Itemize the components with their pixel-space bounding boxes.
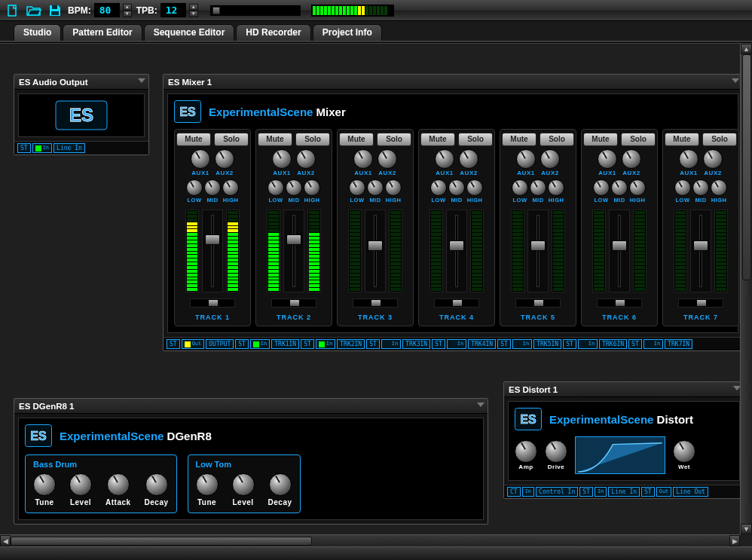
port-st2[interactable]: ST <box>641 487 655 497</box>
volume-fader[interactable] <box>446 210 467 292</box>
port-st[interactable]: ST <box>432 339 445 349</box>
port-st[interactable]: ST <box>497 339 511 349</box>
knob-eq-high[interactable]: HIGH <box>466 179 483 203</box>
tab-pattern-editor[interactable]: Pattern Editor <box>63 24 142 41</box>
port-track-in[interactable]: TRK3IN <box>402 339 430 349</box>
knob-eq-mid[interactable]: MID <box>286 179 302 203</box>
knob-eq-low[interactable]: LOW <box>430 179 447 203</box>
knob-aux1[interactable]: AUX1 <box>679 149 699 176</box>
mute-button[interactable]: Mute <box>176 133 211 146</box>
knob-aux1[interactable]: AUX1 <box>353 149 373 176</box>
mute-button[interactable]: Mute <box>420 133 455 146</box>
knob-amp[interactable]: Amp <box>515 440 537 470</box>
pan-slider[interactable] <box>271 298 316 308</box>
knob-eq-low[interactable]: LOW <box>349 179 365 203</box>
port-track-in[interactable]: TRK2IN <box>337 339 365 349</box>
transport-position-slider[interactable] <box>210 5 301 16</box>
knob-decay[interactable]: Decay <box>145 473 169 506</box>
mute-button[interactable]: Mute <box>258 133 292 146</box>
scroll-up-icon[interactable]: ▲ <box>741 44 752 54</box>
port-st[interactable]: ST <box>579 487 593 497</box>
bpm-spinner[interactable]: ▲▼ <box>123 4 132 17</box>
knob-eq-mid[interactable]: MID <box>204 179 221 203</box>
knob-aux2[interactable]: AUX2 <box>296 149 316 176</box>
knob-eq-high[interactable]: HIGH <box>711 179 727 203</box>
port-st[interactable]: ST <box>366 339 380 349</box>
pan-slider[interactable] <box>515 298 561 308</box>
port-control-in[interactable]: Control In <box>536 487 578 497</box>
knob-aux2[interactable]: AUX2 <box>622 149 641 176</box>
port-st[interactable]: ST <box>301 339 314 349</box>
port-st[interactable]: ST <box>167 339 180 349</box>
scroll-left-icon[interactable]: ◀ <box>0 535 11 546</box>
knob-eq-high[interactable]: HIGH <box>304 179 320 203</box>
knob-eq-high[interactable]: HIGH <box>548 179 564 203</box>
pan-slider[interactable] <box>353 298 398 308</box>
vertical-scrollbar[interactable]: ▲ ▼ <box>740 44 752 534</box>
volume-fader[interactable] <box>283 210 304 292</box>
knob-eq-low[interactable]: LOW <box>186 179 203 203</box>
knob-tune[interactable]: Tune <box>196 473 219 506</box>
port-line-out[interactable]: Line Out <box>673 487 708 497</box>
knob-drive[interactable]: Drive <box>545 440 567 470</box>
port-line-in[interactable]: Line In <box>53 143 85 153</box>
port-st[interactable]: ST <box>563 339 576 349</box>
knob-wet[interactable]: Wet <box>673 440 695 470</box>
knob-aux1[interactable]: AUX1 <box>191 149 210 176</box>
tab-hd-recorder[interactable]: HD Recorder <box>236 24 310 41</box>
port-st[interactable]: ST <box>235 339 249 349</box>
port-track-in[interactable]: TRK1IN <box>271 339 299 349</box>
knob-aux2[interactable]: AUX2 <box>459 149 478 176</box>
volume-fader[interactable] <box>202 210 223 292</box>
knob-decay[interactable]: Decay <box>268 473 292 506</box>
port-in-ind[interactable]: In <box>316 339 335 349</box>
solo-button[interactable]: Solo <box>540 133 574 146</box>
module-dgenr8[interactable]: ES DGenR8 1 ES ExperimentalScene DGenR8 … <box>14 398 488 525</box>
bpm-value[interactable]: 80 <box>94 3 120 17</box>
knob-eq-mid[interactable]: MID <box>448 179 465 203</box>
port-track-in[interactable]: TRK6IN <box>599 339 627 349</box>
mute-button[interactable]: Mute <box>502 133 536 146</box>
tab-sequence-editor[interactable]: Sequence Editor <box>144 24 235 41</box>
knob-eq-low[interactable]: LOW <box>674 179 691 203</box>
collapse-icon[interactable] <box>477 402 485 407</box>
scroll-thumb[interactable] <box>742 54 751 280</box>
knob-level[interactable]: Level <box>232 473 255 506</box>
volume-fader[interactable] <box>609 210 630 292</box>
horizontal-scrollbar[interactable]: ◀ ▶ <box>0 534 740 546</box>
knob-aux1[interactable]: AUX1 <box>598 149 617 176</box>
knob-aux1[interactable]: AUX1 <box>435 149 454 176</box>
port-in-ind[interactable]: In <box>522 487 534 497</box>
knob-eq-mid[interactable]: MID <box>611 179 628 203</box>
pan-slider[interactable] <box>597 298 642 308</box>
knob-level[interactable]: Level <box>69 473 92 506</box>
knob-eq-low[interactable]: LOW <box>512 179 528 203</box>
port-track-in[interactable]: TRK4IN <box>468 339 496 349</box>
port-line-in[interactable]: Line In <box>608 487 640 497</box>
module-title[interactable]: ES Mixer 1 <box>164 75 742 90</box>
port-in-ind[interactable]: In <box>643 339 663 349</box>
tpb-spinner[interactable]: ▲▼ <box>189 4 198 17</box>
knob-eq-high[interactable]: HIGH <box>222 179 239 203</box>
knob-aux2[interactable]: AUX2 <box>378 149 397 176</box>
pan-slider[interactable] <box>434 298 479 308</box>
volume-fader[interactable] <box>690 210 711 292</box>
port-track-in[interactable]: TRK5IN <box>533 339 561 349</box>
module-distort[interactable]: ES Distort 1 ES ExperimentalScene Distor… <box>503 381 744 499</box>
module-title[interactable]: ES Audio Output <box>14 75 148 90</box>
module-audio-output[interactable]: ES Audio Output ES ST In Line In <box>14 74 149 155</box>
knob-attack[interactable]: Attack <box>105 473 131 506</box>
solo-button[interactable]: Solo <box>214 133 249 146</box>
knob-eq-mid[interactable]: MID <box>530 179 546 203</box>
tab-project-info[interactable]: Project Info <box>313 24 382 41</box>
collapse-icon[interactable] <box>732 78 739 83</box>
knob-tune[interactable]: Tune <box>33 473 56 506</box>
knob-aux2[interactable]: AUX2 <box>215 149 234 176</box>
port-in-ind[interactable]: In <box>381 339 401 349</box>
port-in-ind[interactable]: In <box>250 339 270 349</box>
port-in-ind2[interactable]: In <box>595 487 607 497</box>
solo-button[interactable]: Solo <box>702 133 737 146</box>
port-in-ind[interactable]: In <box>447 339 466 349</box>
scroll-thumb[interactable] <box>11 537 312 546</box>
mute-button[interactable]: Mute <box>583 133 618 146</box>
